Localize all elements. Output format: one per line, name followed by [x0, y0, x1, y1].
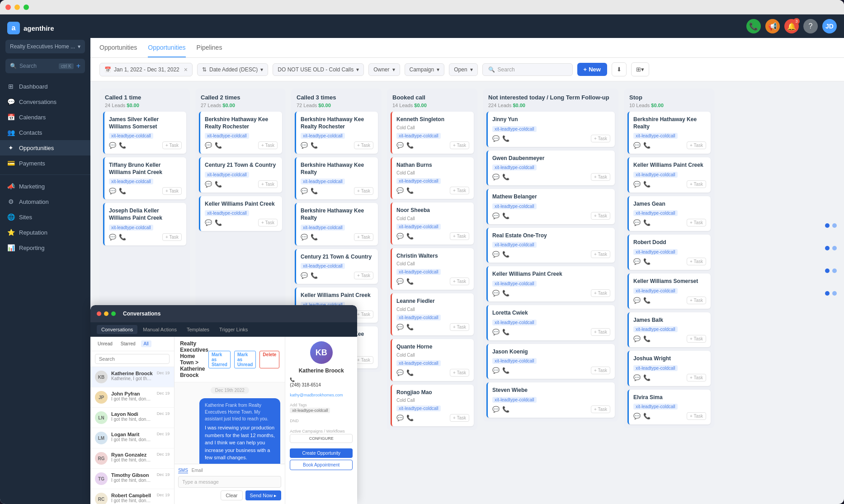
chat-icon[interactable]: 💬 — [205, 142, 212, 149]
bell-button[interactable]: 🔔3 — [784, 19, 799, 33]
new-button[interactable]: + New — [577, 63, 607, 76]
overlay-tab-manual-actions[interactable]: Manual Actions — [138, 325, 181, 334]
phone-icon[interactable]: 📞 — [502, 174, 509, 180]
chat-icon[interactable]: 💬 — [109, 142, 116, 149]
chat-icon[interactable]: 💬 — [396, 142, 404, 149]
phone-icon[interactable]: 📞 — [643, 413, 651, 419]
chat-icon[interactable]: 💬 — [301, 272, 308, 279]
conv-item[interactable]: RG Ryan Gonzalez I got the hint, done a.… — [90, 448, 174, 469]
add-task-button[interactable]: + Task — [162, 141, 182, 149]
overlay-tab-trigger-links[interactable]: Trigger Links — [215, 325, 252, 334]
tab-opportunities-active[interactable]: Opportunities — [148, 38, 185, 57]
clear-button[interactable]: Clear — [221, 490, 242, 500]
overlay-tab-conversations[interactable]: Conversations — [97, 325, 137, 334]
phone-icon[interactable]: 📞 — [311, 188, 318, 194]
add-task-button[interactable]: + Task — [354, 233, 373, 241]
kanban-card[interactable]: Loretta Cwiek xit-leadtype-coldcall 💬 📞 … — [486, 305, 615, 340]
chat-icon[interactable]: 💬 — [301, 188, 308, 194]
add-task-button[interactable]: + Task — [354, 141, 373, 149]
kanban-card[interactable]: Century 21 Town & Country xit-leadtype-c… — [199, 157, 282, 193]
kanban-card[interactable]: Noor Sheeba Cold Call xit-leadtype-coldc… — [391, 203, 474, 245]
chat-icon[interactable]: 💬 — [633, 258, 641, 265]
chat-icon[interactable]: 💬 — [205, 219, 212, 226]
overlay-max-button[interactable] — [111, 311, 116, 316]
overlay-min-button[interactable] — [104, 311, 108, 316]
phone-icon[interactable]: 📞 — [119, 142, 126, 149]
chat-icon[interactable]: 💬 — [492, 135, 500, 142]
sidebar-item-payments[interactable]: 💳 Payments — [0, 155, 90, 171]
phone-button[interactable]: 📞 — [746, 19, 761, 33]
tab-opportunities-plain[interactable]: Opportunities — [99, 38, 137, 57]
kanban-card[interactable]: Mathew Belanger xit-leadtype-coldcall 💬 … — [486, 189, 615, 224]
sidebar-item-opportunities[interactable]: ✦ Opportunities — [0, 140, 90, 155]
date-filter[interactable]: 📅 Jan 1, 2022 - Dec 31, 2022 × — [99, 63, 193, 76]
chat-icon[interactable]: 💬 — [301, 234, 308, 240]
chat-icon[interactable]: 💬 — [109, 188, 116, 194]
kanban-card[interactable]: Berkshire Hathaway Kee Realty Rochester … — [199, 112, 282, 154]
mark-starred-button[interactable]: Mark as Starred — [208, 351, 231, 368]
add-task-button[interactable]: + Task — [687, 335, 706, 343]
add-task-button[interactable]: + Task — [687, 180, 706, 188]
kanban-card[interactable]: Steven Wiebe xit-leadtype-coldcall 💬 📞 +… — [486, 382, 615, 418]
add-task-button[interactable]: + Task — [450, 232, 469, 240]
sidebar-item-reputation[interactable]: ⭐ Reputation — [0, 225, 90, 240]
chat-icon[interactable]: 💬 — [492, 367, 500, 374]
phone-icon[interactable]: 📞 — [643, 374, 651, 381]
view-toggle-button[interactable]: ⊞▾ — [631, 62, 649, 76]
chat-icon[interactable]: 💬 — [633, 142, 641, 149]
phone-icon[interactable]: 📞 — [406, 324, 414, 330]
add-task-button[interactable]: + Task — [258, 141, 278, 149]
kanban-card[interactable]: Gwen Daubenmeyer xit-leadtype-coldcall 💬… — [486, 151, 615, 186]
kanban-card[interactable]: Berkshire Hathaway Kee Realty Rochester … — [295, 112, 378, 154]
add-task-button[interactable]: + Task — [591, 405, 610, 413]
chat-icon[interactable]: 💬 — [396, 324, 404, 330]
phone-icon[interactable]: 📞 — [502, 251, 509, 258]
kanban-card[interactable]: Real Estate One-Troy xit-leadtype-coldca… — [486, 228, 615, 263]
phone-icon[interactable]: 📞 — [311, 272, 318, 279]
overlay-close-button[interactable] — [97, 311, 101, 316]
kanban-card[interactable]: Elvira Sima xit-leadtype-coldcall 💬 📞 + … — [627, 390, 711, 425]
close-button[interactable] — [5, 5, 11, 10]
chat-icon[interactable]: 💬 — [396, 233, 404, 240]
phone-icon[interactable]: 📞 — [406, 415, 414, 421]
kanban-card[interactable]: Keller Williams Paint Creek xit-leadtype… — [486, 266, 615, 301]
add-task-button[interactable]: + Task — [450, 187, 469, 194]
kanban-card[interactable]: Quante Horne Cold Call xit-leadtype-cold… — [391, 339, 474, 381]
chat-icon[interactable]: 💬 — [492, 251, 500, 258]
add-task-button[interactable]: + Task — [450, 141, 469, 149]
chat-icon[interactable]: 💬 — [492, 212, 500, 219]
kanban-card[interactable]: Berkshire Hathaway Kee Realty xit-leadty… — [295, 157, 378, 199]
kanban-card[interactable]: Berkshire Hathaway Kee Realty xit-leadty… — [295, 203, 378, 245]
kanban-card[interactable]: Joshua Wright xit-leadtype-coldcall 💬 📞 … — [627, 351, 711, 386]
phone-icon[interactable]: 📞 — [311, 142, 318, 149]
chat-icon[interactable]: 💬 — [492, 174, 500, 180]
add-task-button[interactable]: + Task — [258, 180, 278, 188]
conv-item[interactable]: LN Layon Nodi I got the hint, done a... … — [90, 408, 174, 428]
add-task-button[interactable]: + Task — [354, 187, 373, 195]
mark-unread-button[interactable]: Mark as Unread — [234, 351, 256, 368]
sidebar-item-sites[interactable]: 🌐 Sites — [0, 209, 90, 225]
owner-filter[interactable]: Owner ▾ — [368, 63, 400, 76]
message-input[interactable]: Type a message — [178, 476, 281, 488]
book-appointment-button[interactable]: Book Appointment — [290, 460, 353, 470]
phone-icon[interactable]: 📞 — [311, 234, 318, 240]
chat-icon[interactable]: 💬 — [396, 278, 404, 285]
conv-item[interactable]: TG Timothy Gibson I got the hint, done a… — [90, 469, 174, 489]
add-task-button[interactable]: + Task — [591, 328, 610, 336]
phone-icon[interactable]: 📞 — [215, 142, 222, 149]
chat-icon[interactable]: 💬 — [396, 415, 404, 421]
send-button[interactable]: Send Now ▸ — [245, 490, 282, 500]
chat-icon[interactable]: 💬 — [205, 181, 212, 188]
conv-item[interactable]: JP John Pyfran I got the hint, done a...… — [90, 387, 174, 408]
add-task-button[interactable]: + Task — [687, 412, 706, 420]
chat-icon[interactable]: 💬 — [633, 219, 641, 226]
add-task-button[interactable]: + Task — [450, 369, 469, 377]
minimize-button[interactable] — [14, 5, 20, 10]
phone-icon[interactable]: 📞 — [643, 258, 651, 265]
add-task-button[interactable]: + Task — [687, 258, 706, 265]
add-task-button[interactable]: + Task — [450, 323, 469, 331]
chat-icon[interactable]: 💬 — [492, 329, 500, 335]
kanban-card[interactable]: Jason Koenig xit-leadtype-coldcall 💬 📞 +… — [486, 344, 615, 379]
phone-icon[interactable]: 📞 — [119, 188, 126, 194]
sidebar-item-contacts[interactable]: 👥 Contacts — [0, 125, 90, 140]
